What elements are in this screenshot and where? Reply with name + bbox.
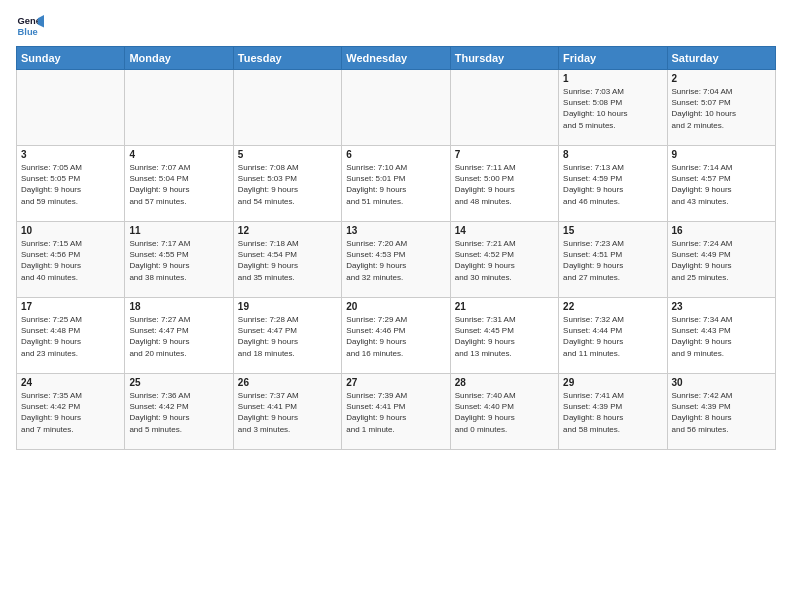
calendar-cell: 25Sunrise: 7:36 AMSunset: 4:42 PMDayligh… xyxy=(125,374,233,450)
col-header-friday: Friday xyxy=(559,47,667,70)
day-number: 9 xyxy=(672,149,771,160)
day-number: 17 xyxy=(21,301,120,312)
calendar-cell: 15Sunrise: 7:23 AMSunset: 4:51 PMDayligh… xyxy=(559,222,667,298)
day-info: Sunrise: 7:42 AMSunset: 4:39 PMDaylight:… xyxy=(672,390,771,435)
calendar-cell xyxy=(450,70,558,146)
header-row: SundayMondayTuesdayWednesdayThursdayFrid… xyxy=(17,47,776,70)
calendar-cell: 10Sunrise: 7:15 AMSunset: 4:56 PMDayligh… xyxy=(17,222,125,298)
day-info: Sunrise: 7:41 AMSunset: 4:39 PMDaylight:… xyxy=(563,390,662,435)
day-number: 14 xyxy=(455,225,554,236)
calendar-cell: 27Sunrise: 7:39 AMSunset: 4:41 PMDayligh… xyxy=(342,374,450,450)
day-number: 21 xyxy=(455,301,554,312)
calendar-cell: 18Sunrise: 7:27 AMSunset: 4:47 PMDayligh… xyxy=(125,298,233,374)
header: General Blue xyxy=(16,12,776,40)
day-number: 10 xyxy=(21,225,120,236)
calendar-cell: 26Sunrise: 7:37 AMSunset: 4:41 PMDayligh… xyxy=(233,374,341,450)
calendar-cell: 4Sunrise: 7:07 AMSunset: 5:04 PMDaylight… xyxy=(125,146,233,222)
calendar-cell: 11Sunrise: 7:17 AMSunset: 4:55 PMDayligh… xyxy=(125,222,233,298)
col-header-thursday: Thursday xyxy=(450,47,558,70)
calendar-cell: 5Sunrise: 7:08 AMSunset: 5:03 PMDaylight… xyxy=(233,146,341,222)
day-number: 23 xyxy=(672,301,771,312)
day-number: 13 xyxy=(346,225,445,236)
day-number: 8 xyxy=(563,149,662,160)
day-info: Sunrise: 7:34 AMSunset: 4:43 PMDaylight:… xyxy=(672,314,771,359)
day-info: Sunrise: 7:27 AMSunset: 4:47 PMDaylight:… xyxy=(129,314,228,359)
day-info: Sunrise: 7:23 AMSunset: 4:51 PMDaylight:… xyxy=(563,238,662,283)
calendar-cell: 20Sunrise: 7:29 AMSunset: 4:46 PMDayligh… xyxy=(342,298,450,374)
day-number: 18 xyxy=(129,301,228,312)
calendar-cell xyxy=(17,70,125,146)
day-info: Sunrise: 7:03 AMSunset: 5:08 PMDaylight:… xyxy=(563,86,662,131)
day-number: 4 xyxy=(129,149,228,160)
day-number: 28 xyxy=(455,377,554,388)
day-info: Sunrise: 7:21 AMSunset: 4:52 PMDaylight:… xyxy=(455,238,554,283)
day-info: Sunrise: 7:18 AMSunset: 4:54 PMDaylight:… xyxy=(238,238,337,283)
calendar-cell xyxy=(233,70,341,146)
day-number: 27 xyxy=(346,377,445,388)
day-info: Sunrise: 7:10 AMSunset: 5:01 PMDaylight:… xyxy=(346,162,445,207)
calendar-cell: 12Sunrise: 7:18 AMSunset: 4:54 PMDayligh… xyxy=(233,222,341,298)
week-row-1: 1Sunrise: 7:03 AMSunset: 5:08 PMDaylight… xyxy=(17,70,776,146)
calendar-cell xyxy=(125,70,233,146)
day-info: Sunrise: 7:13 AMSunset: 4:59 PMDaylight:… xyxy=(563,162,662,207)
day-number: 11 xyxy=(129,225,228,236)
calendar-cell: 16Sunrise: 7:24 AMSunset: 4:49 PMDayligh… xyxy=(667,222,775,298)
calendar-cell: 24Sunrise: 7:35 AMSunset: 4:42 PMDayligh… xyxy=(17,374,125,450)
day-number: 2 xyxy=(672,73,771,84)
day-number: 26 xyxy=(238,377,337,388)
day-info: Sunrise: 7:08 AMSunset: 5:03 PMDaylight:… xyxy=(238,162,337,207)
day-number: 30 xyxy=(672,377,771,388)
day-number: 16 xyxy=(672,225,771,236)
calendar-cell: 3Sunrise: 7:05 AMSunset: 5:05 PMDaylight… xyxy=(17,146,125,222)
day-info: Sunrise: 7:29 AMSunset: 4:46 PMDaylight:… xyxy=(346,314,445,359)
day-number: 5 xyxy=(238,149,337,160)
week-row-5: 24Sunrise: 7:35 AMSunset: 4:42 PMDayligh… xyxy=(17,374,776,450)
day-number: 1 xyxy=(563,73,662,84)
day-info: Sunrise: 7:20 AMSunset: 4:53 PMDaylight:… xyxy=(346,238,445,283)
day-info: Sunrise: 7:24 AMSunset: 4:49 PMDaylight:… xyxy=(672,238,771,283)
calendar-cell: 21Sunrise: 7:31 AMSunset: 4:45 PMDayligh… xyxy=(450,298,558,374)
calendar-cell: 23Sunrise: 7:34 AMSunset: 4:43 PMDayligh… xyxy=(667,298,775,374)
week-row-2: 3Sunrise: 7:05 AMSunset: 5:05 PMDaylight… xyxy=(17,146,776,222)
page: General Blue SundayMondayTuesdayWednesda… xyxy=(0,0,792,612)
logo: General Blue xyxy=(16,12,44,40)
calendar-cell: 13Sunrise: 7:20 AMSunset: 4:53 PMDayligh… xyxy=(342,222,450,298)
day-info: Sunrise: 7:36 AMSunset: 4:42 PMDaylight:… xyxy=(129,390,228,435)
svg-text:Blue: Blue xyxy=(18,27,38,37)
calendar-cell: 14Sunrise: 7:21 AMSunset: 4:52 PMDayligh… xyxy=(450,222,558,298)
day-info: Sunrise: 7:04 AMSunset: 5:07 PMDaylight:… xyxy=(672,86,771,131)
day-info: Sunrise: 7:31 AMSunset: 4:45 PMDaylight:… xyxy=(455,314,554,359)
calendar-cell: 1Sunrise: 7:03 AMSunset: 5:08 PMDaylight… xyxy=(559,70,667,146)
calendar-cell: 7Sunrise: 7:11 AMSunset: 5:00 PMDaylight… xyxy=(450,146,558,222)
day-number: 22 xyxy=(563,301,662,312)
calendar-cell: 6Sunrise: 7:10 AMSunset: 5:01 PMDaylight… xyxy=(342,146,450,222)
day-number: 3 xyxy=(21,149,120,160)
day-number: 20 xyxy=(346,301,445,312)
calendar-cell: 2Sunrise: 7:04 AMSunset: 5:07 PMDaylight… xyxy=(667,70,775,146)
calendar-cell: 29Sunrise: 7:41 AMSunset: 4:39 PMDayligh… xyxy=(559,374,667,450)
day-number: 6 xyxy=(346,149,445,160)
day-info: Sunrise: 7:32 AMSunset: 4:44 PMDaylight:… xyxy=(563,314,662,359)
day-number: 25 xyxy=(129,377,228,388)
day-info: Sunrise: 7:05 AMSunset: 5:05 PMDaylight:… xyxy=(21,162,120,207)
calendar-cell: 19Sunrise: 7:28 AMSunset: 4:47 PMDayligh… xyxy=(233,298,341,374)
day-number: 24 xyxy=(21,377,120,388)
col-header-wednesday: Wednesday xyxy=(342,47,450,70)
day-number: 19 xyxy=(238,301,337,312)
col-header-monday: Monday xyxy=(125,47,233,70)
calendar-cell xyxy=(342,70,450,146)
calendar-cell: 9Sunrise: 7:14 AMSunset: 4:57 PMDaylight… xyxy=(667,146,775,222)
logo-icon: General Blue xyxy=(16,12,44,40)
day-info: Sunrise: 7:11 AMSunset: 5:00 PMDaylight:… xyxy=(455,162,554,207)
day-info: Sunrise: 7:14 AMSunset: 4:57 PMDaylight:… xyxy=(672,162,771,207)
day-info: Sunrise: 7:28 AMSunset: 4:47 PMDaylight:… xyxy=(238,314,337,359)
week-row-3: 10Sunrise: 7:15 AMSunset: 4:56 PMDayligh… xyxy=(17,222,776,298)
calendar-cell: 28Sunrise: 7:40 AMSunset: 4:40 PMDayligh… xyxy=(450,374,558,450)
week-row-4: 17Sunrise: 7:25 AMSunset: 4:48 PMDayligh… xyxy=(17,298,776,374)
calendar-table: SundayMondayTuesdayWednesdayThursdayFrid… xyxy=(16,46,776,450)
day-info: Sunrise: 7:39 AMSunset: 4:41 PMDaylight:… xyxy=(346,390,445,435)
calendar-cell: 17Sunrise: 7:25 AMSunset: 4:48 PMDayligh… xyxy=(17,298,125,374)
day-info: Sunrise: 7:15 AMSunset: 4:56 PMDaylight:… xyxy=(21,238,120,283)
calendar-cell: 22Sunrise: 7:32 AMSunset: 4:44 PMDayligh… xyxy=(559,298,667,374)
day-info: Sunrise: 7:25 AMSunset: 4:48 PMDaylight:… xyxy=(21,314,120,359)
